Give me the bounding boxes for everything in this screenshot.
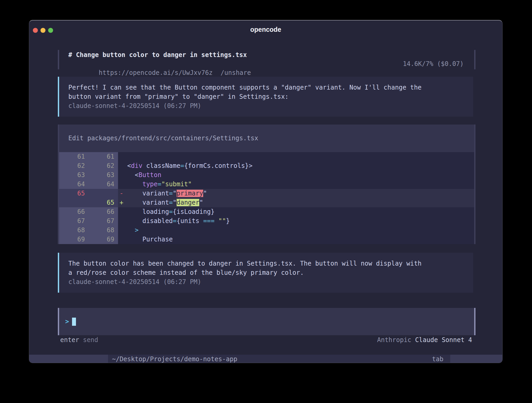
diff-sign: - bbox=[120, 190, 127, 197]
diff-sign bbox=[120, 217, 127, 225]
app-version-chip: opencode v0.3.11 bbox=[29, 355, 108, 363]
footer-hints: enter send Anthropic Claude Sonnet 4 bbox=[60, 335, 472, 345]
diff-code-line: <div className={formCs.controls}> bbox=[118, 161, 253, 170]
message-text-line: The button color has been changed to dan… bbox=[68, 259, 473, 268]
diff-rows: 6161 6262 <div className={formCs.control… bbox=[59, 152, 474, 244]
tab-key-hint[interactable]: tab bbox=[432, 355, 443, 363]
diff-code-line bbox=[118, 152, 127, 161]
diff-row: 6969 Purchase bbox=[59, 235, 474, 244]
old-line-number: 64 bbox=[59, 180, 89, 189]
new-line-number: 63 bbox=[89, 170, 118, 180]
diff-row: 6464 type="submit" bbox=[59, 180, 474, 189]
edit-file-path: Edit packages/frontend/src/containers/Se… bbox=[59, 125, 474, 152]
diff-sign bbox=[120, 208, 127, 215]
diff-sign bbox=[120, 226, 127, 234]
model-indicator: Anthropic Claude Sonnet 4 bbox=[377, 335, 472, 345]
mode-chip[interactable]: BUILD MODE bbox=[450, 355, 503, 363]
new-line-number: 65 bbox=[89, 198, 118, 207]
diff-row: 6262 <div className={formCs.controls}> bbox=[59, 161, 474, 170]
old-line-number: 67 bbox=[59, 216, 89, 226]
message-meta: claude-sonnet-4-20250514 (06:27 PM) bbox=[68, 277, 473, 287]
diff-row: 6666 loading={isLoading} bbox=[59, 207, 474, 216]
old-line-number bbox=[59, 198, 89, 207]
old-line-number: 63 bbox=[59, 170, 89, 180]
session-subheader: https://opencode.ai/s/UwJxv76z/unshare 1… bbox=[68, 59, 474, 68]
new-line-number: 62 bbox=[89, 161, 118, 170]
prompt-symbol: > bbox=[65, 318, 69, 325]
old-line-number: 65 bbox=[59, 189, 89, 198]
prompt-input[interactable]: > bbox=[58, 308, 475, 335]
message-text-line: a red/rose color scheme instead of the b… bbox=[68, 268, 473, 277]
diff-code-line: Purchase bbox=[118, 235, 173, 244]
diff-row: 6363 <Button bbox=[59, 170, 474, 180]
new-line-number: 61 bbox=[89, 152, 118, 161]
old-line-number: 62 bbox=[59, 161, 89, 170]
diff-sign bbox=[120, 180, 127, 188]
diff-sign bbox=[120, 171, 127, 179]
new-line-number: 67 bbox=[89, 216, 118, 226]
message-meta: claude-sonnet-4-20250514 (06:27 PM) bbox=[68, 101, 473, 111]
old-line-number: 61 bbox=[59, 152, 89, 161]
diff-row: 65- variant="primary" bbox=[59, 189, 474, 198]
provider-label: Anthropic bbox=[377, 336, 415, 344]
diff-sign bbox=[120, 153, 127, 160]
edit-tool-card: Edit packages/frontend/src/containers/Se… bbox=[58, 125, 475, 244]
send-hint: enter send bbox=[60, 335, 98, 345]
diff-sign bbox=[120, 236, 127, 243]
text-cursor bbox=[72, 318, 76, 326]
old-line-number: 68 bbox=[59, 226, 89, 235]
diff-sign bbox=[120, 162, 127, 169]
diff-row: 6868 > bbox=[59, 226, 474, 235]
working-directory: ~/Desktop/Projects/demo-notes-app bbox=[112, 355, 237, 363]
session-title: # Change button color to danger in setti… bbox=[68, 50, 474, 59]
unshare-command[interactable]: /unshare bbox=[221, 69, 251, 76]
assistant-message: Perfect! I can see that the Button compo… bbox=[58, 77, 473, 117]
new-line-number: 69 bbox=[89, 235, 118, 244]
opencode-window: opencode # Change button color to danger… bbox=[29, 20, 503, 363]
old-line-number: 66 bbox=[59, 207, 89, 216]
desktop-background: opencode # Change button color to danger… bbox=[0, 0, 532, 403]
assistant-message: The button color has been changed to dan… bbox=[58, 253, 473, 293]
diff-code-line: <Button bbox=[118, 170, 161, 180]
diff-code-line: > bbox=[118, 226, 139, 235]
diff-code-line: + variant="danger" bbox=[118, 198, 203, 207]
diff-row: 6767 disabled={units === ""} bbox=[59, 216, 474, 226]
window-title: opencode bbox=[29, 26, 502, 33]
status-bar: opencode v0.3.11 ~/Desktop/Projects/demo… bbox=[29, 355, 503, 363]
new-line-number: 68 bbox=[89, 226, 118, 235]
enter-key-hint: enter bbox=[60, 336, 79, 344]
token-usage: 14.6K/7% ($0.07) bbox=[403, 59, 464, 68]
diff-row: 65+ variant="danger" bbox=[59, 198, 474, 207]
window-titlebar: opencode bbox=[29, 20, 502, 36]
diff-code-line: - variant="primary" bbox=[118, 189, 207, 198]
diff-sign: + bbox=[120, 199, 127, 206]
diff-code-line: type="submit" bbox=[118, 180, 192, 189]
diff-code-line: disabled={units === ""} bbox=[118, 216, 230, 226]
diff-code-line: loading={isLoading} bbox=[118, 207, 214, 216]
diff-row: 6161 bbox=[59, 152, 474, 161]
message-text-line: button variant from "primary" to "danger… bbox=[68, 92, 473, 101]
session-header: # Change button color to danger in setti… bbox=[58, 50, 475, 69]
send-action-label: send bbox=[83, 336, 98, 344]
old-line-number: 69 bbox=[59, 235, 89, 244]
new-line-number bbox=[89, 189, 118, 198]
new-line-number: 66 bbox=[89, 207, 118, 216]
message-text-line: Perfect! I can see that the Button compo… bbox=[68, 83, 473, 92]
model-label: Claude Sonnet 4 bbox=[415, 336, 472, 344]
new-line-number: 64 bbox=[89, 180, 118, 189]
share-url[interactable]: https://opencode.ai/s/UwJxv76z bbox=[99, 69, 213, 76]
